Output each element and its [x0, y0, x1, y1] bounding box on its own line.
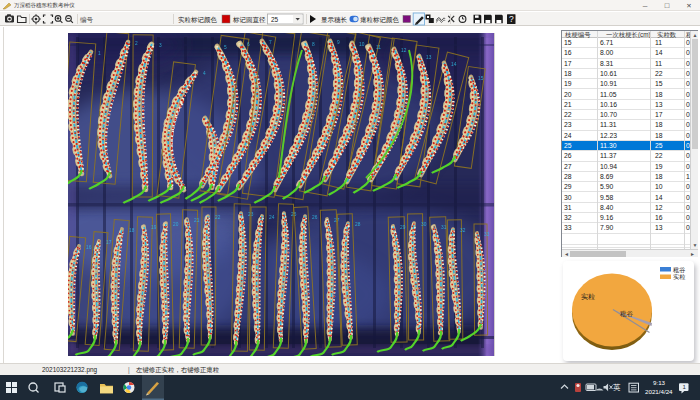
svg-text:8: 8 [312, 42, 315, 47]
svg-text:5: 5 [224, 45, 227, 50]
svg-text:10: 10 [359, 42, 365, 47]
svg-text:3: 3 [159, 43, 162, 48]
svg-text:27: 27 [334, 218, 340, 223]
svg-text:实粒: 实粒 [673, 273, 685, 280]
svg-text:24: 24 [269, 215, 275, 220]
svg-text:实粒: 实粒 [581, 293, 595, 300]
svg-text:9: 9 [337, 40, 340, 45]
svg-text:22: 22 [215, 215, 221, 220]
svg-text:7: 7 [269, 40, 272, 45]
svg-text:14: 14 [451, 62, 457, 67]
svg-text:28: 28 [355, 222, 361, 227]
svg-text:17: 17 [106, 240, 112, 245]
svg-text:2: 2 [135, 41, 138, 46]
svg-text:18: 18 [129, 228, 135, 233]
svg-text:29: 29 [400, 225, 406, 230]
svg-text:32: 32 [460, 228, 466, 233]
svg-text:21: 21 [194, 218, 200, 223]
svg-text:?: ? [509, 14, 514, 24]
svg-text:16: 16 [86, 245, 92, 250]
svg-text:12: 12 [401, 48, 407, 53]
svg-text:26: 26 [312, 215, 318, 220]
svg-text:19: 19 [151, 225, 157, 230]
svg-text:秕谷: 秕谷 [620, 310, 634, 318]
svg-text:4: 4 [203, 71, 206, 76]
svg-text:6: 6 [247, 42, 250, 47]
svg-text:1: 1 [98, 51, 101, 56]
svg-text:11: 11 [376, 45, 381, 50]
svg-text:31: 31 [441, 225, 447, 230]
svg-text:30: 30 [421, 222, 427, 227]
svg-text:13: 13 [426, 55, 432, 60]
svg-text:15: 15 [478, 76, 484, 81]
svg-text:20: 20 [173, 222, 179, 227]
svg-text:33: 33 [484, 232, 490, 237]
